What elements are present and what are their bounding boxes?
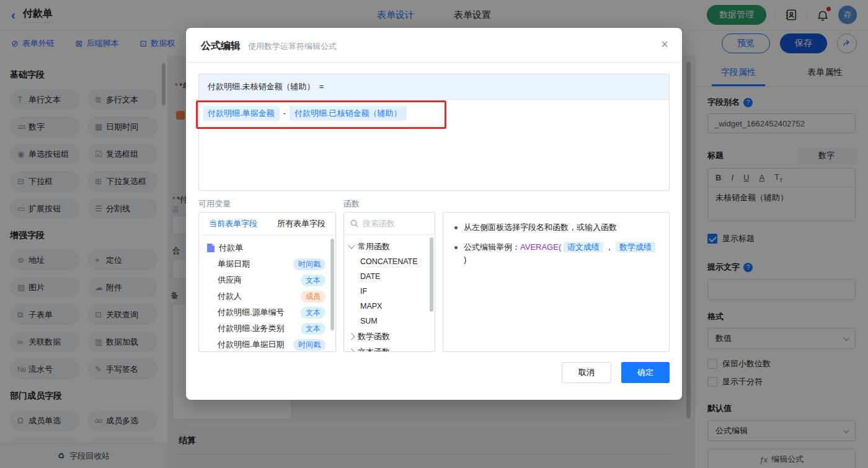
variable-item[interactable]: 付款人成员 <box>199 288 335 304</box>
example-field-chip: 数学成绩 <box>616 242 655 252</box>
modal-header: 公式编辑 使用数学运算符编辑公式 × <box>186 28 682 63</box>
search-icon <box>350 219 358 227</box>
function-group-text[interactable]: 文本函数 <box>344 344 435 352</box>
modal-subtitle: 使用数学运算符编辑公式 <box>248 41 337 52</box>
variables-tree: 付款单 单据日期时间戳 供应商文本 付款人成员 付款明细.源单编号文本 付款明细… <box>199 236 335 352</box>
formula-field-chip[interactable]: 付款明细.单据金额 <box>203 106 280 121</box>
variables-root-node[interactable]: 付款单 <box>199 240 335 256</box>
confirm-button[interactable]: 确定 <box>621 362 670 383</box>
hints-panel: 从左侧面板选择字段名和函数，或输入函数 公式编辑举例：AVERAGE( 语文成绩… <box>443 198 670 352</box>
variables-panel: 可用变量 当前表单字段 所有表单字段 付款单 单据日期时间戳 <box>198 198 336 352</box>
close-icon[interactable]: × <box>661 38 668 50</box>
functions-panel: 函数 搜索函数 常用函数 CONCATENATE DATE IF MAPX <box>343 198 435 352</box>
type-badge: 时间戳 <box>293 339 326 351</box>
function-item[interactable]: CONCATENATE <box>344 254 435 269</box>
tab-all-form-fields[interactable]: 所有表单字段 <box>267 213 335 235</box>
hint-line-2: 公式编辑举例：AVERAGE( 语文成绩 ， 数学成绩 ) <box>454 241 658 266</box>
chevron-right-icon <box>348 348 355 352</box>
formula-expression-area[interactable]: 付款明细.单据金额-付款明细.已核销金额（辅助） <box>199 100 669 190</box>
functions-label: 函数 <box>343 198 435 212</box>
formula-target: 付款明细.未核销金额（辅助） = <box>199 74 669 100</box>
function-item[interactable]: DATE <box>344 269 435 284</box>
tab-current-form-fields[interactable]: 当前表单字段 <box>199 213 267 235</box>
example-field-chip: 语文成绩 <box>564 242 603 252</box>
variable-item[interactable]: 供应商文本 <box>199 272 335 288</box>
chevron-right-icon <box>348 333 355 340</box>
type-badge: 时间戳 <box>293 258 326 270</box>
app-window: ‹ 付款单 表单设计 表单设置 数据管理 存 ⊘ 表单外链 ⊠ <box>0 0 868 468</box>
function-group-math[interactable]: 数学函数 <box>344 329 435 344</box>
type-badge: 文本 <box>301 307 326 319</box>
function-item[interactable]: MAPX <box>344 299 435 314</box>
search-placeholder: 搜索函数 <box>363 218 395 229</box>
formula-editor: 付款明细.未核销金额（辅助） = 付款明细.单据金额-付款明细.已核销金额（辅助… <box>198 74 670 191</box>
modal-footer: 取消 确定 <box>186 352 682 393</box>
example-function-name: AVERAGE( <box>520 242 561 252</box>
function-item[interactable]: SUM <box>344 314 435 329</box>
chevron-down-icon <box>348 242 355 249</box>
cancel-button[interactable]: 取消 <box>562 362 611 383</box>
type-badge: 成员 <box>301 291 326 302</box>
variable-item[interactable]: 单据日期时间戳 <box>199 256 335 272</box>
variable-item[interactable]: 付款明细.源单编号文本 <box>199 304 335 320</box>
function-tree: 常用函数 CONCATENATE DATE IF MAPX SUM 数学函数 文… <box>344 235 435 352</box>
variables-scrollbar[interactable] <box>330 239 334 330</box>
function-group-common[interactable]: 常用函数 <box>344 239 435 254</box>
variables-label: 可用变量 <box>198 198 336 212</box>
functions-scrollbar[interactable] <box>430 237 433 312</box>
form-doc-icon <box>206 244 215 252</box>
variable-item[interactable]: 付款明细.业务类别文本 <box>199 320 335 337</box>
type-badge: 文本 <box>301 275 326 286</box>
formula-operator: - <box>283 108 286 118</box>
function-item[interactable]: IF <box>344 284 435 299</box>
modal-title: 公式编辑 <box>201 40 241 53</box>
hint-line-1: 从左侧面板选择字段名和函数，或输入函数 <box>454 221 658 234</box>
function-search[interactable]: 搜索函数 <box>344 213 435 235</box>
formula-field-chip[interactable]: 付款明细.已核销金额（辅助） <box>290 106 407 121</box>
type-badge: 文本 <box>301 323 326 335</box>
variable-item[interactable]: 付款明细.单据日期时间戳 <box>199 337 335 352</box>
formula-edit-modal: 公式编辑 使用数学运算符编辑公式 × 付款明细.未核销金额（辅助） = 付款明细… <box>186 28 682 400</box>
variables-tabs: 当前表单字段 所有表单字段 <box>199 213 335 236</box>
